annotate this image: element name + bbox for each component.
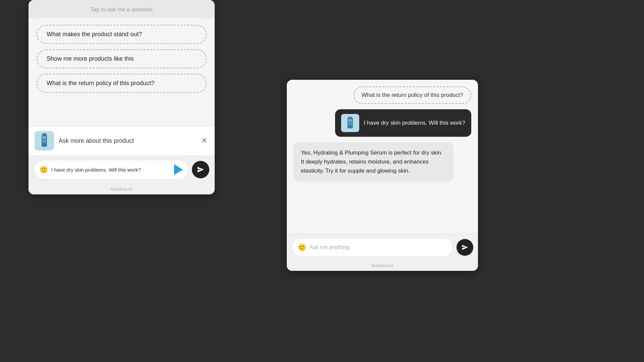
input-row: 🙂 I have dry skin problems. Will this wo… [29, 155, 215, 184]
user-message-text: I have dry skin problems. Will this work… [364, 119, 465, 127]
send-icon [197, 166, 204, 173]
right-emoji-icon[interactable]: 🙂 [298, 243, 306, 251]
return-policy-suggestion[interactable]: What is the return policy of this produc… [354, 86, 471, 104]
right-chat-panel: What is the return policy of this produc… [287, 80, 478, 271]
right-send-icon [462, 244, 468, 251]
user-product-thumbnail [341, 114, 359, 132]
tap-label: Tap to ask me a question [91, 7, 153, 12]
svg-rect-3 [43, 137, 46, 138]
right-input-row: 🙂 Ask me anything [287, 234, 478, 260]
ai-response-bubble: Yes, Hydrating & Plumping Serum is perfe… [293, 142, 453, 182]
play-button[interactable] [174, 164, 183, 175]
right-chat-area[interactable]: What is the return policy of this produc… [287, 80, 478, 234]
send-button[interactable] [192, 161, 209, 178]
chat-input-box[interactable]: 🙂 I have dry skin problems. Will this wo… [34, 160, 189, 179]
input-text: I have dry skin problems. Will this work… [51, 166, 171, 173]
user-message-card: I have dry skin problems. Will this work… [335, 109, 471, 137]
left-chat-panel: Tap to ask me a question What makes the … [29, 0, 215, 194]
left-footer: Manifest AI [29, 184, 215, 194]
emoji-icon[interactable]: 🙂 [40, 166, 48, 174]
suggestions-area: What makes the product stand out? Show m… [29, 18, 215, 126]
close-button[interactable]: ✕ [200, 135, 209, 146]
top-bar: Tap to ask me a question [29, 0, 215, 18]
right-chat-input[interactable]: 🙂 Ask me anything [291, 238, 453, 256]
svg-rect-7 [348, 120, 352, 121]
suggestion-btn-2[interactable]: Show me more products like this [37, 49, 207, 68]
product-thumbnail [35, 131, 54, 150]
right-input-placeholder: Ask me anything [310, 244, 349, 250]
product-context-bar: Ask more about this product ✕ [29, 126, 215, 155]
right-send-button[interactable] [457, 239, 473, 256]
suggestion-btn-3[interactable]: What is the return policy of this produc… [37, 74, 207, 93]
product-context-label: Ask more about this product [59, 137, 195, 144]
right-footer: Manifest AI [287, 260, 478, 271]
suggestion-btn-1[interactable]: What makes the product stand out? [37, 25, 207, 44]
